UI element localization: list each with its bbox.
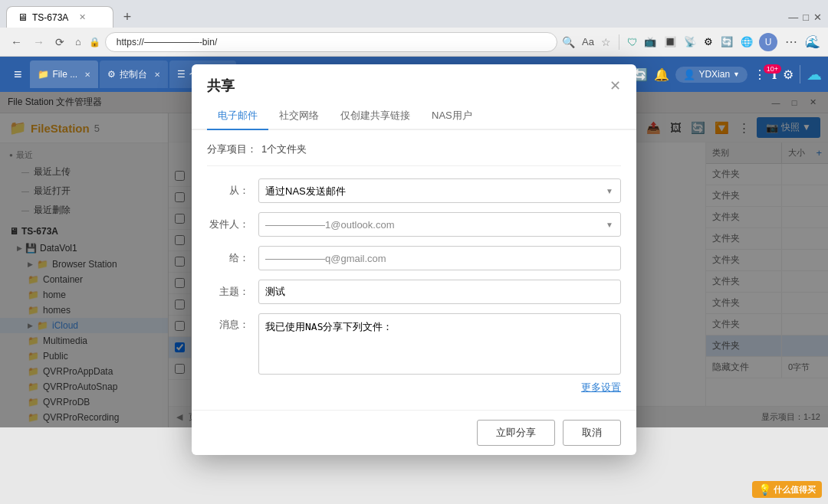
form-subject-row: 主题： xyxy=(207,280,621,304)
minimize-icon[interactable]: — xyxy=(788,11,798,23)
form-message-row: 消息： 我已使用NAS分享下列文件： xyxy=(207,313,621,375)
ext-icon-5[interactable]: 🔄 xyxy=(719,36,734,47)
app-tab-file[interactable]: 📁 File ... ✕ xyxy=(30,61,99,88)
shield-icon[interactable]: 🛡 xyxy=(627,36,638,48)
tab-nas-user[interactable]: NAS用户 xyxy=(421,103,483,130)
more-settings-link[interactable]: 更多设置 xyxy=(581,381,621,394)
user-avatar-icon: 👤 xyxy=(683,69,695,80)
badge-count: 10+ xyxy=(764,64,781,74)
tab-favicon: 🖥 xyxy=(18,11,28,23)
reload-button[interactable]: ⟳ xyxy=(52,36,67,48)
user-menu[interactable]: 👤 YDXian ▼ xyxy=(675,67,748,83)
watermark-text: 什么值得买 xyxy=(774,484,816,496)
sender-select[interactable]: ——————1@outlook.com xyxy=(258,212,621,237)
more-icon[interactable]: ⋯ xyxy=(782,34,800,49)
share-info-value: 1个文件夹 xyxy=(261,142,307,156)
hamburger-icon[interactable]: ≡ xyxy=(6,67,30,83)
modal-close-button[interactable]: ✕ xyxy=(610,79,621,93)
share-modal: 共享 ✕ 电子邮件 社交网络 仅创建共享链接 NAS用户 xyxy=(192,64,636,455)
modal-header: 共享 ✕ xyxy=(192,64,636,95)
ext-icon-4[interactable]: ⚙ xyxy=(702,36,715,47)
from-select-wrap: 通过NAS发送邮件 ▼ xyxy=(258,178,621,203)
subject-input[interactable] xyxy=(258,280,621,304)
share-now-button[interactable]: 立即分享 xyxy=(477,420,555,446)
browser-tab[interactable]: 🖥 TS-673A ✕ xyxy=(6,6,113,28)
modal-body: 分享项目： 1个文件夹 从： 通过NAS发送邮件 ▼ 发件人： xyxy=(192,130,636,410)
tab-email[interactable]: 电子邮件 xyxy=(207,103,268,130)
tab-create-link[interactable]: 仅创建共享链接 xyxy=(330,103,421,130)
from-select[interactable]: 通过NAS发送邮件 xyxy=(258,178,621,203)
ext-icon-6[interactable]: 🌐 xyxy=(739,36,754,47)
sender-select-wrap: ——————1@outlook.com ▼ xyxy=(258,212,621,237)
reader-icon[interactable]: Aa xyxy=(580,36,596,47)
form-from-row: 从： 通过NAS发送邮件 ▼ xyxy=(207,178,621,203)
watermark-icon: 💡 xyxy=(758,483,771,496)
from-label: 从： xyxy=(207,184,249,198)
browser-window-controls: — □ ✕ xyxy=(788,11,822,28)
message-textarea[interactable]: 我已使用NAS分享下列文件： xyxy=(258,313,621,375)
more-settings-row: 更多设置 xyxy=(207,381,621,394)
app-tab-control[interactable]: ⚙ 控制台 ✕ xyxy=(100,61,168,88)
settings-ring-icon[interactable]: ⚙ xyxy=(783,67,794,82)
control-tab-close-icon[interactable]: ✕ xyxy=(154,70,160,79)
ext-icon-2[interactable]: 🔳 xyxy=(662,36,678,47)
cancel-button[interactable]: 取消 xyxy=(563,420,621,446)
forward-button[interactable]: → xyxy=(30,35,48,48)
url-input[interactable] xyxy=(105,32,557,52)
control-tab-icon: ⚙ xyxy=(107,69,116,80)
modal-overlay: 共享 ✕ 电子邮件 社交网络 仅创建共享链接 NAS用户 xyxy=(0,92,828,427)
username-label: YDXian xyxy=(698,69,730,80)
close-icon[interactable]: ✕ xyxy=(813,11,822,23)
subject-label: 主题： xyxy=(207,285,249,299)
modal-title: 共享 xyxy=(207,77,235,95)
notification-badge[interactable]: ℹ 10+ xyxy=(772,67,777,82)
form-to-row: 给： xyxy=(207,246,621,270)
back-button[interactable]: ← xyxy=(8,35,25,48)
form-sender-row: 发件人： ——————1@outlook.com ▼ xyxy=(207,212,621,237)
home-button[interactable]: ⌂ xyxy=(72,36,84,47)
bell-icon[interactable]: 🔔 xyxy=(654,67,669,82)
restore-icon[interactable]: □ xyxy=(803,11,809,23)
ext-icon-1[interactable]: 📺 xyxy=(642,36,658,47)
search-icon[interactable]: 🔍 xyxy=(562,36,575,48)
tab-label: TS-673A xyxy=(32,12,68,23)
modal-footer: 立即分享 取消 xyxy=(192,410,636,455)
share-info-label: 分享项目： xyxy=(207,142,257,156)
profile-icon[interactable]: U xyxy=(759,33,777,51)
sender-label: 发件人： xyxy=(207,218,249,231)
ext-icon-3[interactable]: 📡 xyxy=(682,36,698,47)
control-tab-label: 控制台 xyxy=(120,68,147,81)
user-dropdown-icon: ▼ xyxy=(733,70,740,78)
message-label: 消息： xyxy=(207,313,249,332)
file-tab-close-icon[interactable]: ✕ xyxy=(84,70,90,79)
personal-tab-icon: ☰ xyxy=(177,69,186,80)
to-input[interactable] xyxy=(258,246,621,270)
tab-social[interactable]: 社交网络 xyxy=(268,103,330,130)
tab-close-icon[interactable]: ✕ xyxy=(79,12,86,22)
url-bar: ← → ⟳ ⌂ 🔒 🔍 Aa ☆ 🛡 📺 🔳 📡 ⚙ 🔄 🌐 U ⋯ 🌊 xyxy=(0,28,828,57)
file-tab-icon: 📁 xyxy=(38,69,49,80)
share-info-row: 分享项目： 1个文件夹 xyxy=(207,142,621,166)
watermark: 💡 什么值得买 xyxy=(752,481,822,498)
modal-tabs: 电子邮件 社交网络 仅创建共享链接 NAS用户 xyxy=(192,103,636,130)
star-icon[interactable]: ☆ xyxy=(601,36,611,48)
new-tab-button[interactable]: + xyxy=(117,6,138,28)
lock-icon: 🔒 xyxy=(89,37,100,47)
file-tab-label: File ... xyxy=(53,69,78,80)
cloud-connect-icon[interactable]: ☁ xyxy=(807,65,822,83)
edge-icon[interactable]: 🌊 xyxy=(805,34,820,49)
filestation-window: File Station 文件管理器 — □ ✕ 📁 FileStation 5… xyxy=(0,92,828,427)
to-label: 给： xyxy=(207,251,249,265)
browser-chrome: 🖥 TS-673A ✕ + — □ ✕ xyxy=(0,0,828,28)
